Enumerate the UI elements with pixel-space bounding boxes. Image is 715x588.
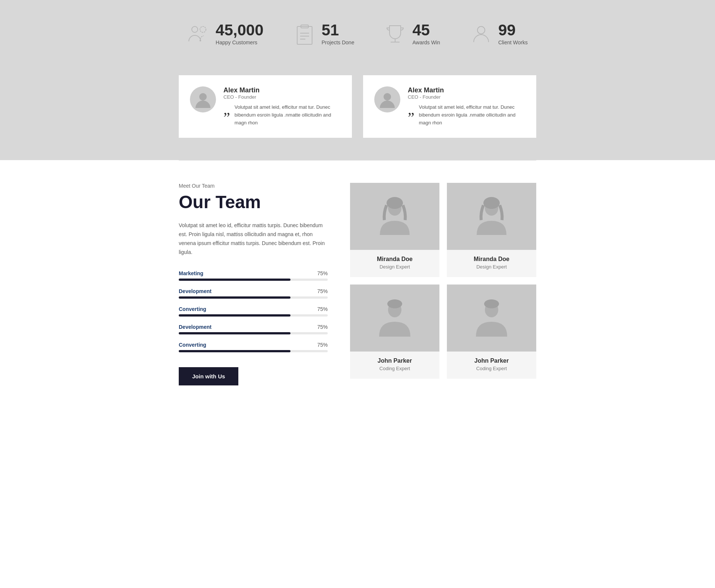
stat-number-clients: 99	[498, 22, 528, 38]
stat-label-projects: Projects Done	[322, 39, 355, 45]
stat-text-projects: 51 Projects Done	[322, 22, 355, 45]
skill-percent-marketing: 75%	[317, 270, 328, 276]
testimonial-role-2: CEO - Founder	[408, 94, 525, 100]
stat-number-projects: 51	[322, 22, 355, 38]
progress-bg-development-1	[179, 296, 328, 299]
people-icon	[187, 23, 210, 45]
stat-item-awards: 45 Awards Win	[384, 22, 440, 45]
team-right-column: Miranda Doe Design Expert Mir	[350, 183, 536, 385]
skill-name-marketing: Marketing	[179, 270, 203, 276]
team-card-john-2: John Parker Coding Expert	[447, 285, 536, 379]
skills-list: Marketing 75% Development 75%	[179, 270, 328, 352]
skill-header-development-1: Development 75%	[179, 288, 328, 294]
avatar-2	[374, 86, 400, 112]
team-card-miranda-2: Miranda Doe Design Expert	[447, 183, 536, 277]
testimonial-content-2: Alex Martin CEO - Founder „ Volutpat sit…	[408, 86, 525, 127]
stat-label-customers: Happy Customers	[216, 39, 263, 45]
svg-point-1	[200, 26, 206, 32]
testimonial-text-1: Volutpat sit amet leid, efficitur mat tu…	[235, 104, 341, 127]
skill-header-development-2: Development 75%	[179, 324, 328, 330]
progress-fill-development-1	[179, 296, 290, 299]
svg-point-15	[483, 197, 500, 209]
team-member-name-1: Miranda Doe	[350, 256, 439, 263]
stat-item-projects: 51 Projects Done	[293, 22, 355, 45]
testimonial-name-2: Alex Martin	[408, 86, 525, 94]
team-photo-john-2	[447, 285, 536, 352]
skill-header-converting-2: Converting 75%	[179, 342, 328, 348]
testimonial-content-1: Alex Martin CEO - Founder „ Volutpat sit…	[223, 86, 341, 127]
skill-name-converting-2: Converting	[179, 342, 206, 348]
team-title: Our Team	[179, 192, 328, 212]
skill-name-development-1: Development	[179, 288, 212, 294]
svg-point-11	[384, 93, 391, 101]
team-photo-miranda-2	[447, 183, 536, 250]
svg-point-13	[387, 197, 403, 209]
stat-item-clients: 99 Client Works	[470, 22, 528, 45]
stat-text-clients: 99 Client Works	[498, 22, 528, 45]
team-member-role-2: Design Expert	[447, 264, 536, 270]
progress-fill-converting-1	[179, 314, 290, 317]
svg-point-19	[484, 299, 499, 308]
svg-point-9	[477, 26, 485, 34]
progress-fill-converting-2	[179, 350, 290, 352]
team-member-name-4: John Parker	[447, 357, 536, 364]
testimonial-card-2: Alex Martin CEO - Founder „ Volutpat sit…	[363, 75, 536, 138]
team-section: Meet Our Team Our Team Volutpat sit amet…	[0, 160, 715, 415]
team-member-role-3: Coding Expert	[350, 366, 439, 371]
team-subtitle: Meet Our Team	[179, 183, 328, 189]
skill-name-converting-1: Converting	[179, 306, 206, 312]
svg-point-10	[199, 93, 207, 101]
testimonial-text-2: Volutpat sit amet leid, efficitur mat tu…	[419, 104, 525, 127]
team-grid: Miranda Doe Design Expert Mir	[350, 183, 536, 379]
team-card-john-1: John Parker Coding Expert	[350, 285, 439, 379]
quote-icon-1: „	[223, 104, 230, 115]
testimonial-name-1: Alex Martin	[223, 86, 341, 94]
skill-marketing: Marketing 75%	[179, 270, 328, 281]
skill-name-development-2: Development	[179, 324, 212, 330]
team-photo-miranda-1	[350, 183, 439, 250]
skill-converting-1: Converting 75%	[179, 306, 328, 317]
team-left-column: Meet Our Team Our Team Volutpat sit amet…	[179, 183, 328, 385]
skill-percent-development-1: 75%	[317, 288, 328, 294]
team-card-miranda-1: Miranda Doe Design Expert	[350, 183, 439, 277]
skill-header-marketing: Marketing 75%	[179, 270, 328, 276]
testimonial-role-1: CEO - Founder	[223, 94, 341, 100]
progress-fill-development-2	[179, 332, 290, 334]
stat-number-awards: 45	[412, 22, 440, 38]
clipboard-icon	[293, 23, 316, 45]
progress-fill-marketing	[179, 279, 290, 281]
stat-text-customers: 45,000 Happy Customers	[216, 22, 263, 45]
team-member-name-2: Miranda Doe	[447, 256, 536, 263]
stat-item-customers: 45,000 Happy Customers	[187, 22, 263, 45]
join-button[interactable]: Join with Us	[179, 367, 238, 385]
progress-bg-converting-2	[179, 350, 328, 352]
quote-icon-2: „	[408, 104, 414, 115]
team-photo-john-1	[350, 285, 439, 352]
progress-bg-marketing	[179, 279, 328, 281]
stats-container: 45,000 Happy Customers 51 Projects Done	[179, 22, 536, 45]
testimonials-section: Alex Martin CEO - Founder „ Volutpat sit…	[0, 75, 715, 160]
svg-point-17	[387, 299, 402, 308]
skill-development-2: Development 75%	[179, 324, 328, 334]
skill-percent-converting-2: 75%	[317, 342, 328, 348]
testimonial-card-1: Alex Martin CEO - Founder „ Volutpat sit…	[179, 75, 352, 138]
team-member-name-3: John Parker	[350, 357, 439, 364]
progress-bg-converting-1	[179, 314, 328, 317]
svg-rect-2	[297, 26, 312, 44]
trophy-icon	[384, 23, 406, 45]
team-container: Meet Our Team Our Team Volutpat sit amet…	[179, 183, 536, 385]
avatar-1	[190, 86, 216, 112]
team-member-role-4: Coding Expert	[447, 366, 536, 371]
skill-development-1: Development 75%	[179, 288, 328, 299]
svg-point-0	[192, 26, 198, 32]
team-member-role-1: Design Expert	[350, 264, 439, 270]
skill-header-converting-1: Converting 75%	[179, 306, 328, 312]
testimonials-container: Alex Martin CEO - Founder „ Volutpat sit…	[179, 75, 536, 138]
skill-percent-converting-1: 75%	[317, 306, 328, 312]
stat-text-awards: 45 Awards Win	[412, 22, 440, 45]
progress-bg-development-2	[179, 332, 328, 334]
stat-label-clients: Client Works	[498, 39, 528, 45]
team-description: Volutpat sit amet leo id, efficitur matt…	[179, 221, 328, 257]
stat-number-customers: 45,000	[216, 22, 263, 38]
stat-label-awards: Awards Win	[412, 39, 440, 45]
